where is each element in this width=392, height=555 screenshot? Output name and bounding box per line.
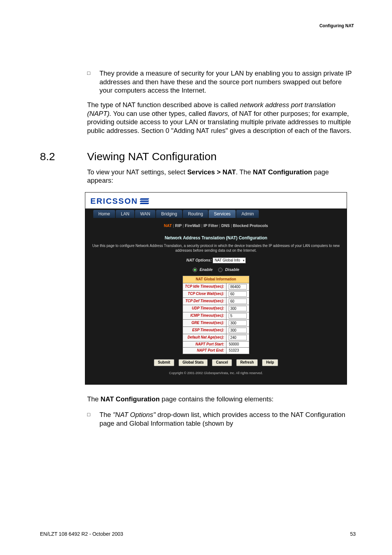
cancel-button[interactable]: Cancel — [212, 359, 232, 366]
para1-a: The type of NAT function described above… — [87, 101, 240, 109]
row-label: TCP Idle Timeout(sec): — [183, 283, 226, 290]
para1-italic2: flavors, — [208, 110, 230, 117]
value-input[interactable]: 86400 — [229, 284, 247, 289]
nat-global-info-table: NAT Global Information TCP Idle Timeout(… — [183, 276, 250, 354]
bullet2-b: "NAT Options" — [113, 411, 156, 418]
table-header: NAT Global Information — [183, 276, 249, 283]
submit-button[interactable]: Submit — [154, 359, 174, 366]
separator-icon: | — [230, 223, 233, 228]
value-input[interactable]: 300 — [229, 320, 247, 326]
brand-bars-icon — [140, 198, 149, 204]
row-label: NAPT Port End: — [183, 348, 226, 354]
row-value[interactable]: 60 — [226, 290, 249, 297]
tab-wan[interactable]: WAN — [135, 210, 155, 218]
enable-radio[interactable] — [193, 268, 197, 272]
intro-c: . The — [236, 168, 253, 176]
subnav-ip-filter[interactable]: IP Filter — [204, 223, 218, 228]
row-value[interactable]: 240 — [226, 334, 249, 341]
subnav-dns[interactable]: DNS — [221, 223, 230, 228]
row-value[interactable]: 300 — [226, 319, 249, 327]
table-row: ICMP Timeout(sec):5 — [183, 312, 249, 319]
table-row: UDP Timeout(sec):300 — [183, 305, 249, 312]
row-value[interactable]: 86400 — [226, 283, 249, 290]
table-row: Default Nat Age(sec):240 — [183, 334, 249, 341]
subnav-firewall[interactable]: FireWall — [185, 223, 200, 228]
footer-page-number: 53 — [350, 531, 356, 537]
row-label: TCP Def Timeout(sec): — [183, 297, 226, 305]
brand-logo: ERICSSON — [90, 196, 342, 206]
value-input[interactable]: 300 — [229, 306, 247, 311]
row-value[interactable]: 300 — [226, 327, 249, 334]
tab-lan[interactable]: LAN — [116, 210, 134, 218]
row-label: ICMP Timeout(sec): — [183, 312, 226, 319]
value-input[interactable]: 5 — [229, 313, 247, 319]
value-input[interactable]: 60 — [229, 291, 247, 297]
row-label: ESP Timeout(sec): — [183, 327, 226, 334]
value-input[interactable]: 60 — [229, 299, 247, 304]
bullet-icon — [87, 410, 99, 428]
row-label: GRE Timeout(sec): — [183, 319, 226, 327]
nat-config-screenshot: ERICSSON HomeLANWANBridgingRoutingServic… — [85, 192, 347, 384]
subnav-rip[interactable]: RIP — [175, 223, 181, 228]
intro-d: NAT Configuration — [253, 168, 312, 176]
disable-label: Disable — [225, 267, 239, 272]
subnav-current[interactable]: NAT — [164, 223, 172, 228]
row-value[interactable]: 300 — [226, 305, 249, 312]
table-row: NAPT Port Start:50000 — [183, 341, 249, 348]
separator-icon: | — [200, 223, 204, 228]
config-title: Network Address Translation (NAT) Config… — [85, 231, 347, 243]
config-description: Use this page to configure Network Addre… — [85, 243, 347, 256]
value-input[interactable]: 240 — [229, 335, 247, 340]
tab-routing[interactable]: Routing — [183, 210, 208, 218]
intro-a: To view your NAT settings, select — [87, 168, 187, 176]
para1-b: You can use other types, called — [111, 110, 208, 117]
tab-admin[interactable]: Admin — [236, 210, 259, 218]
nat-options-label: NAT Options: — [186, 258, 212, 262]
table-row: TCP Idle Timeout(sec):86400 — [183, 283, 249, 290]
disable-radio[interactable] — [218, 268, 222, 272]
row-value[interactable]: 5 — [226, 312, 249, 319]
separator-icon: | — [172, 223, 175, 228]
table-row: TCP Close Wait(sec):60 — [183, 290, 249, 297]
after1-b: NAT Configuration — [101, 395, 160, 403]
bullet-text-1: They provide a measure of security for y… — [99, 69, 352, 95]
nat-options-select[interactable]: NAT Global Info — [213, 258, 245, 263]
section-title: Viewing NAT Configuration — [87, 150, 217, 163]
value-input[interactable]: 300 — [229, 328, 247, 333]
bullet2-a: The — [99, 411, 113, 418]
table-row: TCP Def Timeout(sec):60 — [183, 297, 249, 305]
row-label: UDP Timeout(sec): — [183, 305, 226, 312]
refresh-button[interactable]: Refresh — [236, 359, 258, 366]
enable-label: Enable — [200, 267, 213, 272]
subnav-blocked-protocols[interactable]: Blocked Protocols — [233, 223, 268, 228]
bullet-icon — [87, 69, 99, 95]
help-button[interactable]: Help — [262, 359, 278, 366]
intro-b: Services > NAT — [187, 168, 236, 176]
row-label: NAPT Port Start: — [183, 341, 226, 348]
row-value: 50000 — [226, 341, 249, 348]
tab-home[interactable]: Home — [93, 210, 115, 218]
after1-a: The — [87, 395, 101, 403]
tab-services[interactable]: Services — [209, 210, 236, 218]
table-row: ESP Timeout(sec):300 — [183, 327, 249, 334]
section-number: 8.2 — [40, 150, 87, 163]
sub-nav: NAT|RIP|FireWall|IP Filter|DNS|Blocked P… — [85, 218, 347, 231]
separator-icon: | — [218, 223, 221, 228]
tab-bridging[interactable]: Bridging — [156, 210, 182, 218]
row-label: TCP Close Wait(sec): — [183, 290, 226, 297]
table-row: GRE Timeout(sec):300 — [183, 319, 249, 327]
after1-c: page contains the following elements: — [160, 395, 274, 403]
row-value: 51023 — [226, 348, 249, 354]
row-label: Default Nat Age(sec): — [183, 334, 226, 341]
row-value[interactable]: 60 — [226, 297, 249, 305]
brand-name: ERICSSON — [90, 196, 138, 206]
table-row: NAPT Port End:51023 — [183, 348, 249, 354]
global-stats-button[interactable]: Global Stats — [179, 359, 208, 366]
footer-left: EN/LZT 108 6492 R2 - October 2003 — [40, 531, 123, 537]
copyright-line: Copyright © 2001-2002 GlobespanVirata, I… — [85, 369, 347, 379]
running-header: Configuring NAT — [319, 23, 354, 28]
